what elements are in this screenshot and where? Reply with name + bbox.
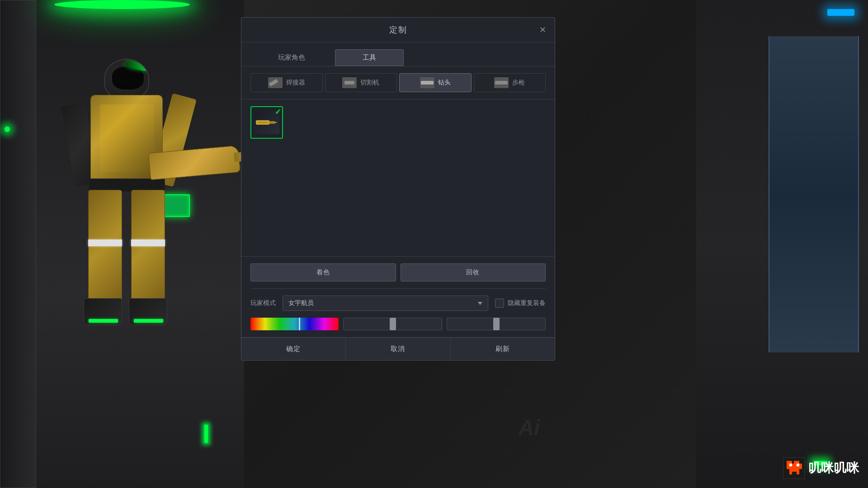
drill-item-image [256,116,278,129]
svg-rect-7 [794,464,797,466]
svg-rect-13 [794,466,797,469]
boot-glow-right [134,319,163,323]
char-leg-left [88,190,122,303]
refresh-button[interactable]: 刷新 [451,338,555,360]
close-button[interactable]: ✕ [537,24,548,35]
player-mode-label: 玩家模式 [250,299,276,307]
hide-equipment-label: 隐藏重复装备 [508,299,546,307]
cutter-icon [342,77,357,88]
confirm-button[interactable]: 确定 [241,338,346,360]
svg-rect-0 [787,461,789,464]
brightness-slider[interactable] [447,318,546,330]
watermark-icon [783,457,805,479]
separator-1 [250,288,546,289]
saturation-slider[interactable] [343,318,442,330]
tool-categories: 焊接器 切割机 钻头 步枪 [241,66,555,99]
tab-tools[interactable]: 工具 [335,49,404,66]
char-leg-right [131,190,165,303]
cancel-button[interactable]: 取消 [346,338,450,360]
svg-rect-3 [797,461,799,464]
hue-thumb [299,318,300,330]
tool-cat-cutter[interactable]: 切割机 [325,73,397,92]
svg-rect-21 [797,472,799,474]
recycle-button[interactable]: 回收 [401,263,546,282]
action-buttons: 着色 回收 [250,263,546,282]
right-glow-top [827,9,854,16]
char-boot-left [84,298,122,325]
char-stripe-right [131,239,165,246]
item-selected-check: ✓ [275,108,281,116]
footer-buttons: 确定 取消 刷新 [241,338,555,360]
svg-rect-8 [797,464,799,466]
glow-top [54,0,190,9]
rifle-icon [494,77,509,88]
svg-rect-10 [787,466,789,469]
item-slot-0[interactable]: ✓ [250,106,283,139]
dropdown-arrow-icon [478,302,482,305]
svg-rect-20 [789,472,792,474]
glow-mid [5,127,10,132]
drill-icon [420,77,434,88]
svg-rect-18 [794,469,797,472]
bg-right-panel [696,0,868,488]
color-sliders [250,318,546,330]
hide-equipment-checkbox[interactable] [495,299,504,308]
dialog-title: 定制 [389,24,407,35]
tool-cat-rifle[interactable]: 步枪 [474,73,546,92]
brightness-thumb [493,318,500,330]
customize-dialog: 定制 ✕ 玩家角色 工具 焊接器 切割机 钻头 步枪 [241,17,555,361]
svg-rect-11 [789,466,792,469]
saturation-thumb [390,318,396,330]
wall-left [0,0,36,488]
watermark: 叽咪叽咪 [783,457,859,479]
svg-rect-1 [789,461,792,464]
welder-icon [268,77,283,88]
helmet-glow [125,59,149,71]
hue-bar[interactable] [250,318,339,330]
hue-bar-overlay [250,318,339,330]
player-mode-dropdown[interactable]: 女宇航员 [283,296,488,311]
svg-rect-5 [789,464,792,466]
hide-equipment: 隐藏重复装备 [495,299,546,308]
svg-rect-9 [799,464,802,466]
svg-marker-24 [275,122,278,123]
player-mode-row: 玩家模式 女宇航员 隐藏重复装备 [250,296,546,311]
bottom-controls: 着色 回收 玩家模式 女宇航员 隐藏重复装备 [241,257,555,338]
boot-glow-left [89,319,118,323]
svg-rect-16 [789,469,792,472]
dialog-titlebar: 定制 ✕ [241,18,555,42]
bg-left-panel [0,0,244,488]
char-helmet [104,59,149,99]
svg-rect-15 [799,466,802,469]
svg-rect-25 [258,122,267,123]
svg-rect-23 [269,121,275,124]
right-wall-panels [769,36,859,352]
svg-rect-2 [794,461,797,464]
tool-cat-welder[interactable]: 焊接器 [250,73,323,92]
player-mode-value: 女宇航员 [288,299,478,307]
tool-cat-drill[interactable]: 钻头 [399,73,472,92]
items-grid: ✓ [241,99,555,257]
color-button[interactable]: 着色 [250,263,396,282]
svg-rect-14 [797,466,799,469]
svg-rect-19 [797,469,799,472]
char-body [81,59,172,420]
svg-rect-4 [787,464,789,466]
char-boot-right [129,298,167,325]
watermark-text: 叽咪叽咪 [808,460,859,477]
char-stripe-left [88,239,122,246]
character-preview [45,36,208,443]
tab-bar: 玩家角色 工具 [241,42,555,66]
tab-character[interactable]: 玩家角色 [250,49,333,66]
